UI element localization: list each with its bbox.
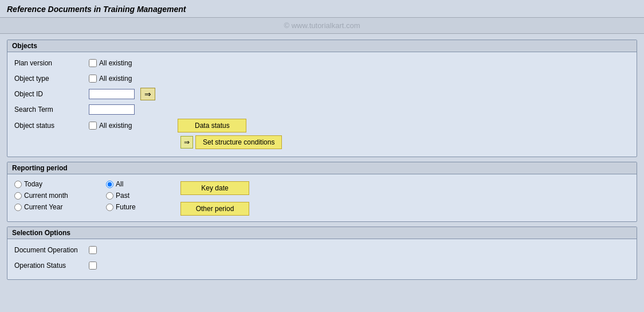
objects-section-body: Plan version All existing Object type Al… [7,52,637,157]
selection-section-title: Selection Options [7,227,637,239]
current-month-label: Current month [24,192,68,200]
object-id-input[interactable] [89,89,135,99]
page-title: Reference Documents in Training Manageme… [7,5,637,14]
objects-section-title: Objects [7,40,637,52]
object-status-all-existing: All existing [99,122,132,130]
data-status-button[interactable]: Data status [178,119,246,132]
today-label: Today [24,180,42,188]
radio-all: All [106,180,180,188]
arrow-right-icon: ⇒ [144,89,151,99]
plan-version-row: Plan version All existing [14,57,630,69]
set-structure-icon: ⇒ [180,136,193,149]
radio-past: Past [106,192,180,200]
radio-left-col: Today Current month Current Year [14,180,106,211]
radio-current-year: Current Year [14,203,106,211]
radio-today: Today [14,180,106,188]
object-id-row: Object ID ⇒ [14,88,630,100]
current-month-radio[interactable] [14,192,22,200]
search-term-row: Search Term [14,103,630,116]
selection-section-body: Document Operation Operation Status [7,239,637,279]
object-type-row: Object type All existing [14,72,630,85]
radio-right-col: Key date Other period [180,180,249,216]
arrow-small-icon: ⇒ [184,138,190,146]
watermark-text: © www.tutorialkart.com [284,21,360,30]
future-radio[interactable] [106,204,113,211]
current-year-radio[interactable] [14,204,22,211]
set-structure-row: ⇒ Set structure conditions [180,135,630,149]
objects-section: Objects Plan version All existing Object… [7,40,637,157]
document-operation-row: Document Operation [14,244,630,256]
plan-version-all-existing: All existing [99,59,132,67]
today-radio[interactable] [14,181,22,188]
reporting-section: Reporting period Today Current month Cur… [7,162,637,222]
radio-mid-col: All Past Future [106,180,180,211]
object-status-label: Object status [14,122,89,130]
key-date-button[interactable]: Key date [180,181,249,195]
past-label: Past [116,192,129,200]
object-status-checkbox[interactable] [89,122,97,130]
object-id-arrow-button[interactable]: ⇒ [140,88,155,100]
radio-future: Future [106,203,180,211]
watermark-bar: © www.tutorialkart.com [0,18,644,34]
operation-status-row: Operation Status [14,259,630,272]
main-content: Objects Plan version All existing Object… [0,34,644,286]
reporting-section-body: Today Current month Current Year All [7,174,637,221]
object-type-label: Object type [14,75,89,83]
current-year-label: Current Year [24,203,62,211]
object-status-row: Object status All existing Data status [14,119,630,132]
set-structure-button[interactable]: Set structure conditions [195,135,282,149]
operation-status-label: Operation Status [14,262,89,270]
plan-version-label: Plan version [14,59,89,67]
selection-section: Selection Options Document Operation Ope… [7,227,637,280]
past-radio[interactable] [106,192,113,200]
operation-status-checkbox[interactable] [89,262,97,270]
all-label: All [116,180,123,188]
object-id-label: Object ID [14,90,89,98]
radio-current-month: Current month [14,192,106,200]
document-operation-checkbox[interactable] [89,246,97,254]
object-type-checkbox[interactable] [89,75,97,83]
all-radio[interactable] [106,181,113,188]
plan-version-checkbox[interactable] [89,59,97,67]
title-bar: Reference Documents in Training Manageme… [0,0,644,18]
document-operation-label: Document Operation [14,246,89,254]
object-type-all-existing: All existing [99,75,132,83]
search-term-input[interactable] [89,104,135,115]
reporting-section-title: Reporting period [7,162,637,174]
search-term-label: Search Term [14,106,89,114]
future-label: Future [116,203,136,211]
other-period-button[interactable]: Other period [180,202,249,216]
